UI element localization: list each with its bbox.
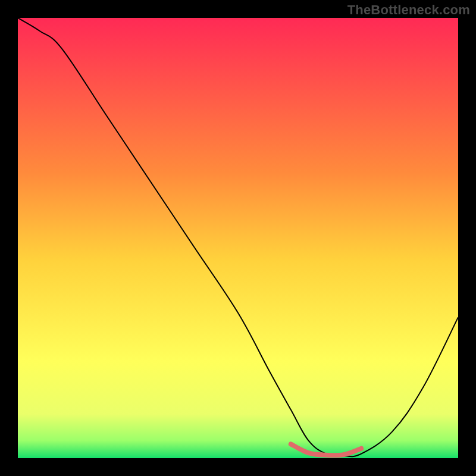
- gradient-background: [18, 18, 458, 458]
- watermark-text: TheBottleneck.com: [347, 2, 470, 18]
- chart-area: [18, 18, 458, 458]
- chart-svg: [18, 18, 458, 458]
- chart-container: TheBottleneck.com: [0, 0, 476, 476]
